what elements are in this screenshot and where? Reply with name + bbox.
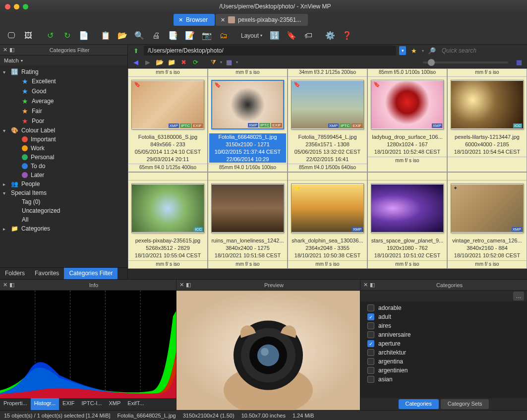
rotate-ccw-icon[interactable]: ↺	[43, 29, 58, 43]
category-item-adorable[interactable]: adorable	[360, 303, 527, 312]
checkbox[interactable]	[367, 331, 374, 338]
close-panel-icon[interactable]: ✕	[3, 47, 7, 53]
forward-icon[interactable]: ▶	[143, 58, 153, 67]
close-tab-icon[interactable]: ✕	[221, 17, 225, 23]
thumbnail-image[interactable]	[371, 183, 444, 233]
copy-to-icon[interactable]: 📋	[98, 29, 113, 43]
checkbox[interactable]	[367, 304, 374, 311]
tag-icon[interactable]: 🏷	[301, 29, 316, 43]
close-panel-icon[interactable]: ✕	[179, 282, 184, 288]
category-sets-tab[interactable]: Category Sets	[441, 399, 489, 409]
search-icon[interactable]: 🔎	[427, 46, 437, 56]
back-icon[interactable]: ◀	[131, 58, 141, 67]
tree-rating-excellent[interactable]: ★Excellent	[0, 76, 127, 86]
tree-colour-personal[interactable]: Personal	[0, 153, 127, 162]
move-to-icon[interactable]: 📂	[115, 29, 130, 43]
filter-icon[interactable]: ⧩	[208, 58, 218, 67]
tree-people[interactable]: ▸👥People	[0, 180, 127, 188]
help-icon[interactable]: ❓	[340, 29, 354, 43]
capture-icon[interactable]: 📷	[199, 29, 214, 43]
checkbox[interactable]	[367, 376, 374, 383]
checkbox[interactable]: ✓	[367, 340, 374, 347]
thumbnail-image[interactable]: 🔖 XMPIPTCEXIF	[131, 80, 204, 129]
thumbnail-cell[interactable]: 34mm f/3.2 1/125s 200iso 🔖 XMPIPTCEXIF F…	[288, 68, 367, 172]
thumbnail-cell[interactable]: stars_space_glow_planet_9... 1920x1080 -…	[367, 172, 447, 269]
bookmark-icon[interactable]: 🔖	[284, 29, 299, 43]
minimize-window-button[interactable]	[14, 4, 19, 9]
tree-rating[interactable]: ▾🔢Rating	[0, 67, 127, 76]
tree-special-uncategorized[interactable]: Uncategorized	[0, 206, 127, 215]
tree-rating-fair[interactable]: ★Fair	[0, 106, 127, 116]
up-folder-icon[interactable]: ⬆	[131, 46, 141, 56]
category-item-architektur[interactable]: architektur	[360, 348, 527, 357]
thumbnail-cell[interactable]: ⭐ XMP shark_dolphin_sea_130036... 2364x2…	[288, 172, 367, 269]
float-panel-icon[interactable]: ◧	[9, 47, 14, 53]
search-icon[interactable]: 🔍	[132, 29, 147, 43]
info-tab-exif[interactable]: EXIF	[59, 398, 78, 410]
sidebar-tab-categories-filter[interactable]: Categories Filter	[64, 268, 117, 279]
fullscreen-icon[interactable]: 🖵	[4, 29, 19, 43]
float-panel-icon[interactable]: ◧	[186, 282, 191, 288]
settings-icon[interactable]: ⚙️	[323, 29, 338, 43]
categories-tab[interactable]: Categories	[399, 399, 439, 409]
checkbox[interactable]	[367, 349, 374, 356]
thumbnail-cell[interactable]: mm f/ s iso 🔖 XMPIPTCEXIF Fotolia_666480…	[208, 68, 288, 172]
thumbnail-cell[interactable]: ruins_man_loneliness_1242... 3840x2400 -…	[208, 172, 288, 269]
info-tab-histogram[interactable]: Histogr...	[31, 398, 59, 410]
thumbnail-image[interactable]: ⭐ XMP	[291, 183, 364, 233]
sidebar-tab-folders[interactable]: Folders	[0, 268, 30, 279]
delete-icon[interactable]: ✖	[178, 58, 188, 67]
float-panel-icon[interactable]: ◧	[370, 282, 375, 288]
path-input[interactable]: /Users/pierre/Desktop/photo/	[144, 46, 396, 56]
category-item-aperture[interactable]: ✓aperture	[360, 339, 527, 348]
thumbnail-image[interactable]	[211, 183, 284, 233]
thumbnail-image[interactable]: ✦ XMP	[451, 183, 524, 233]
thumbnail-image[interactable]: 🔖 XMPIPTCEXIF	[211, 80, 284, 129]
print-icon[interactable]: 🖨	[149, 29, 164, 43]
thumbnail-image[interactable]: ICC	[131, 183, 204, 233]
rotate-cw-icon[interactable]: ↻	[59, 29, 74, 43]
tree-colour-work[interactable]: Work	[0, 144, 127, 153]
info-tab-iptc[interactable]: IPTC-I...	[78, 398, 106, 410]
thumbnail-image[interactable]: 🔖 XMP	[371, 80, 444, 129]
thumbnail-image[interactable]: ICC	[451, 80, 524, 129]
tree-special-tag[interactable]: Tag (0)	[0, 197, 127, 206]
category-item-argentina[interactable]: argentina	[360, 357, 527, 366]
thumbnail-cell[interactable]: 85mm f/5.0 1/100s 100iso 🔖 XMP ladybug_d…	[367, 68, 447, 172]
float-panel-icon[interactable]: ◧	[9, 282, 14, 288]
tab-image[interactable]: ✕ pexels-pixabay-23561...	[216, 14, 308, 26]
favorite-star-icon[interactable]: ★	[409, 46, 419, 56]
close-window-button[interactable]	[5, 4, 10, 9]
thumbnail-cell[interactable]: mm f/ s iso 🔖 XMPIPTCEXIF Fotolia_631800…	[128, 68, 208, 172]
category-item-aires[interactable]: aires	[360, 321, 527, 330]
tree-colour-important[interactable]: Important	[0, 135, 127, 144]
sort-icon[interactable]: 🔢	[267, 29, 282, 43]
zoom-window-button[interactable]	[23, 4, 28, 9]
thumbnail-cell[interactable]: ✦ XMP vintage_retro_camera_126... 3840x2…	[447, 172, 527, 269]
info-tab-exiftool[interactable]: ExifT...	[124, 398, 147, 410]
thumbnail-size-slider[interactable]	[423, 61, 512, 63]
info-tab-properties[interactable]: Properti...	[0, 398, 31, 410]
categories-menu-icon[interactable]: …	[513, 292, 524, 300]
tree-rating-poor[interactable]: ★Poor	[0, 116, 127, 126]
tree-colour[interactable]: ▾🎨Colour Label	[0, 126, 127, 135]
tree-rating-good[interactable]: ★Good	[0, 86, 127, 96]
tree-colour-later[interactable]: Later	[0, 171, 127, 180]
thumbnail-cell[interactable]: mm f/ s iso ICC pexels-lilartsy-1213447.…	[447, 68, 527, 172]
close-panel-icon[interactable]: ✕	[363, 282, 368, 288]
category-item-asian[interactable]: asian	[360, 375, 527, 384]
refresh-icon[interactable]: ⟳	[190, 58, 200, 67]
checkbox[interactable]	[367, 322, 374, 329]
compare-icon[interactable]: 🗂	[216, 29, 231, 43]
tree-special-all[interactable]: All	[0, 215, 127, 224]
preview-image[interactable]	[176, 291, 360, 410]
checkbox[interactable]: ✓	[367, 313, 374, 320]
batch-rename-icon[interactable]: 📝	[182, 29, 197, 43]
layout-dropdown[interactable]: Layout ▾	[238, 32, 265, 39]
info-tab-xmp[interactable]: XMP	[106, 398, 124, 410]
category-item-adult[interactable]: ✓adult	[360, 312, 527, 321]
slideshow-icon[interactable]: 🖼	[21, 29, 36, 43]
open-folder-icon[interactable]: 📂	[155, 58, 165, 67]
match-dropdown[interactable]: Match▾	[0, 56, 127, 65]
convert-icon[interactable]: 📄	[76, 29, 91, 43]
